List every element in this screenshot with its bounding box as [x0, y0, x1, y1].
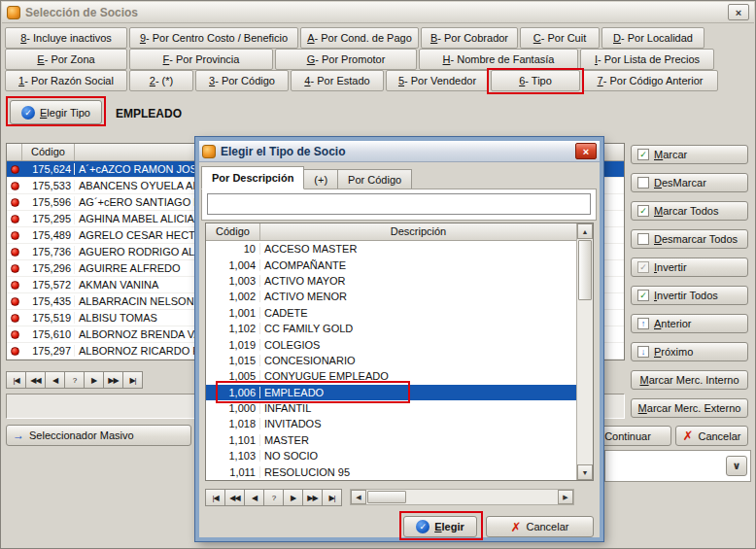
tipo-descripcion: CONYUGUE EMPLEADO — [260, 370, 576, 382]
tipo-row[interactable]: 1,102 CC FAMILY GOLD — [206, 321, 576, 336]
arrow-up-box-icon: ↑ — [637, 318, 649, 329]
filter-tab[interactable]: F - Por Provincia — [129, 49, 273, 70]
tipo-row[interactable]: 1,019 COLEGIOS — [206, 336, 576, 352]
seleccionador-masivo-button[interactable]: → Seleccionador Masivo — [6, 425, 191, 446]
filter-tab[interactable]: 7 - Por Código Anterior — [582, 70, 718, 91]
tipo-codigo: 1,101 — [206, 434, 260, 446]
filter-tab[interactable]: D - Por Localidad — [601, 27, 704, 49]
scrollbar-track[interactable] — [577, 301, 593, 464]
navigator-button[interactable]: ▶ — [84, 371, 104, 389]
filter-tab[interactable]: 4 - Por Estado — [291, 70, 384, 91]
tipo-descripcion: RESOLUCION 95 — [260, 466, 576, 478]
filter-tab[interactable]: 1 - Por Razón Social — [5, 70, 127, 91]
action-button[interactable]: ✓ Marcar Todos — [631, 201, 748, 221]
navigator-button[interactable]: ? — [64, 371, 85, 389]
scroll-down-icon[interactable]: ▼ — [577, 464, 593, 480]
grid-header-codigo[interactable]: Código — [22, 144, 75, 160]
tipo-codigo: 10 — [206, 243, 260, 255]
row-indicator — [7, 248, 22, 257]
close-icon[interactable]: × — [728, 4, 749, 20]
dialog-cancelar-button[interactable]: ✗ Cancelar — [486, 516, 594, 537]
navigator-button[interactable]: ▶▶ — [302, 489, 323, 506]
scroll-right-icon[interactable]: ▶ — [558, 490, 573, 504]
tipo-descripcion: ACOMPAÑANTE — [260, 259, 576, 271]
elegir-tipo-button[interactable]: ✓ Elegir Tipo — [10, 100, 102, 124]
hscrollbar-thumb[interactable] — [367, 491, 406, 503]
navigator-button[interactable]: |◀ — [6, 371, 26, 389]
tipo-row[interactable]: 1,000 INFANTIL — [206, 400, 576, 416]
navigator-button[interactable]: ▶| — [122, 371, 143, 389]
filter-tab[interactable]: B - Por Cobrador — [421, 27, 518, 49]
filter-tab[interactable]: I - Por Lista de Precios — [580, 49, 714, 70]
action-button[interactable]: Desmarcar Todos — [631, 229, 748, 249]
bottom-right-panel: ∨ — [604, 450, 751, 482]
tipo-row[interactable]: 1,006 EMPLEADO — [206, 385, 576, 400]
action-buttons-column: ✓ Marcar DesMarcar ✓ Marcar Todos Desmar… — [631, 145, 748, 418]
filter-tab[interactable]: 5 - Por Vendedor — [386, 70, 489, 91]
action-button[interactable]: DesMarcar — [631, 173, 748, 192]
tipo-row[interactable]: 10 ACCESO MASTER — [206, 241, 576, 257]
scroll-up-icon[interactable]: ▲ — [577, 223, 593, 239]
tipo-descripcion: CC FAMILY GOLD — [260, 323, 576, 334]
dialog-close-icon[interactable]: × — [575, 143, 597, 159]
filter-tab[interactable]: H - Nombre de Fantasía — [419, 49, 578, 70]
socio-codigo: 175,296 — [22, 262, 75, 274]
navigator-button[interactable]: |◀ — [205, 489, 225, 506]
filter-tab[interactable]: 8 - Incluye inactivos — [5, 27, 127, 49]
dialog-tab[interactable]: Por Código — [337, 169, 412, 189]
navigator-button[interactable]: ? — [263, 489, 284, 506]
action-button[interactable]: ✓ Invertir Todos — [631, 286, 748, 305]
navigator-button[interactable]: ◀ — [244, 489, 264, 506]
action-button[interactable]: ✓ Marcar — [631, 145, 748, 164]
tipo-row[interactable]: 1,011 RESOLUCION 95 — [206, 463, 576, 479]
elegir-button[interactable]: ✓ Elegir — [403, 516, 477, 537]
navigator-button[interactable]: ◀◀ — [25, 371, 46, 389]
tipo-row[interactable]: 1,001 CADETE — [206, 305, 576, 321]
tipo-row[interactable]: 1,005 CONYUGUE EMPLEADO — [206, 368, 576, 384]
dialog-tab[interactable]: Por Descripción — [201, 166, 304, 189]
navigator-button[interactable]: ▶ — [283, 489, 303, 506]
action-button[interactable]: ✓ Invertir — [631, 257, 748, 277]
vertical-scrollbar[interactable]: ▲ ▼ — [576, 223, 593, 480]
scrollbar-thumb[interactable] — [578, 240, 592, 300]
filter-tab[interactable]: 9 - Por Centro Costo / Beneficio — [129, 27, 298, 49]
tipo-codigo: 1,001 — [206, 307, 260, 319]
tipo-row[interactable]: 1,018 INVITADOS — [206, 416, 576, 431]
filter-tab[interactable]: G - Por Promotor — [275, 49, 417, 70]
tipo-row[interactable]: 1,002 ACTIVO MENOR — [206, 289, 576, 304]
tipo-header-codigo[interactable]: Código — [206, 223, 260, 240]
dropdown-button[interactable]: ∨ — [726, 456, 747, 476]
action-button[interactable]: ↓ Próximo — [631, 342, 748, 361]
tipo-row[interactable]: 1,103 NO SOCIO — [206, 448, 576, 463]
tipo-row[interactable]: 1,101 MASTER — [206, 432, 576, 448]
record-dot-icon — [11, 264, 19, 273]
navigator-button[interactable]: ◀◀ — [224, 489, 245, 506]
filter-tab[interactable]: 3 - Por Código — [195, 70, 289, 91]
navigator-button[interactable]: ◀ — [45, 371, 65, 389]
navigator-button[interactable]: ▶| — [322, 489, 342, 506]
scroll-left-icon[interactable]: ◀ — [351, 490, 366, 504]
tipo-header-descripcion[interactable]: Descripción — [260, 223, 576, 240]
filter-tab[interactable]: E - Por Zona — [5, 49, 127, 70]
tipo-row[interactable]: 1,003 ACTIVO MAYOR — [206, 273, 576, 289]
row-indicator — [7, 314, 22, 323]
hscrollbar-track[interactable] — [407, 490, 558, 504]
action-button[interactable]: Marcar Merc. Interno — [631, 370, 748, 390]
chevron-down-icon: ∨ — [733, 460, 741, 472]
filter-tab[interactable]: 2 - (*) — [129, 70, 193, 91]
checkbox-checked-icon: ✓ — [637, 290, 649, 301]
cancelar-button[interactable]: ✗ Cancelar — [675, 426, 748, 446]
socio-codigo: 175,610 — [22, 328, 75, 340]
filter-tab[interactable]: A - Por Cond. de Pago — [300, 27, 419, 49]
action-button[interactable]: ↑ Anterior — [631, 314, 748, 333]
filter-tab[interactable]: 6 - Tipo — [491, 70, 580, 91]
horizontal-scrollbar[interactable]: ◀ ▶ — [350, 489, 574, 505]
tipo-row[interactable]: 1,015 CONCESIONARIO — [206, 353, 576, 368]
filter-tab[interactable]: C - Por Cuit — [520, 27, 600, 49]
tipo-row[interactable]: 1,004 ACOMPAÑANTE — [206, 257, 576, 272]
app-icon — [7, 6, 20, 19]
navigator-button[interactable]: ▶▶ — [103, 371, 123, 389]
dialog-tab[interactable]: (+) — [303, 169, 338, 189]
search-input[interactable] — [207, 193, 591, 215]
action-button[interactable]: Marcar Merc. Externo — [631, 398, 748, 418]
